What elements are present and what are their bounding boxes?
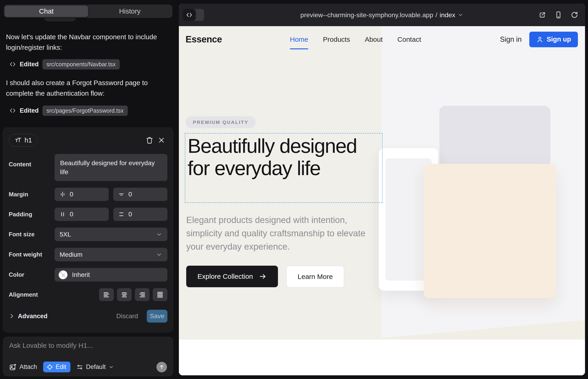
hero-heading[interactable]: Beautifully designed for everyday life [185, 134, 360, 179]
file-chip[interactable]: src/components/Navbar.tsx [42, 59, 120, 69]
tab-chat[interactable]: Chat [5, 5, 88, 17]
preview-host: preview--charming-site-symphony.lovable.… [300, 11, 433, 19]
hero-section: Essence Home Products About Contact Sign… [179, 26, 585, 340]
learn-more-button[interactable]: Learn More [286, 266, 344, 288]
padding-horizontal-icon [59, 211, 66, 218]
margin-vertical-icon [118, 191, 125, 198]
save-button[interactable]: Save [147, 310, 167, 323]
send-button[interactable] [156, 362, 167, 372]
composer-input[interactable] [9, 342, 167, 349]
margin-horizontal-icon [59, 191, 66, 198]
type-icon [15, 137, 22, 144]
font-size-select[interactable]: 5XL [55, 228, 167, 241]
nav-links: Home Products About Contact [290, 35, 421, 43]
external-link-icon [539, 11, 546, 19]
edited-file-row: Edited src/pages/ForgotPassword.tsx [9, 105, 128, 116]
color-row: Color Inherit [9, 268, 167, 282]
selection-outline: Beautifully designed for everyday life [185, 133, 383, 203]
font-weight-label: Font weight [9, 251, 55, 258]
align-justify-icon [156, 291, 164, 298]
selected-element-pill[interactable]: h1 [9, 134, 38, 147]
padding-vertical-icon [118, 211, 125, 218]
hero-cta-group: Explore Collection Learn More [186, 266, 344, 288]
margin-y-value: 0 [128, 191, 132, 198]
edited-file-row: Edited src/components/Navbar.tsx [9, 59, 120, 70]
discard-button[interactable]: Discard [116, 313, 138, 320]
path-separator: / [435, 11, 437, 19]
sign-in-link[interactable]: Sign in [500, 35, 522, 44]
margin-label: Margin [9, 191, 55, 198]
alignment-label: Alignment [9, 291, 55, 298]
align-right-button[interactable] [135, 288, 150, 301]
edited-label: Edited [20, 107, 39, 114]
padding-y-input[interactable]: 0 [113, 208, 167, 221]
code-view-segment[interactable] [183, 9, 196, 21]
advanced-toggle[interactable]: Advanced [9, 313, 47, 320]
premium-quality-badge: PREMIUM QUALITY [186, 116, 256, 128]
padding-x-input[interactable]: 0 [55, 208, 109, 221]
nav-link-home[interactable]: Home [290, 35, 308, 43]
mode-label: Default [86, 363, 106, 371]
color-label: Color [9, 271, 55, 278]
inspector-footer: Advanced Discard Save [9, 310, 167, 323]
tab-history[interactable]: History [88, 5, 171, 17]
padding-row: Padding 0 0 [9, 208, 167, 221]
preview-browser-frame: preview--charming-site-symphony.lovable.… [179, 4, 585, 375]
margin-y-input[interactable]: 0 [113, 188, 167, 201]
sign-up-label: Sign up [547, 35, 571, 43]
close-inspector-button[interactable] [155, 134, 167, 146]
code-icon [9, 107, 16, 114]
site-logo[interactable]: Essence [186, 34, 290, 45]
margin-x-input[interactable]: 0 [55, 188, 109, 201]
hero-description: Elegant products designed with intention… [186, 213, 370, 253]
font-weight-select[interactable]: Medium [55, 248, 167, 261]
content-input[interactable]: Beautifully designed for everyday life [55, 154, 167, 181]
crosshair-icon [46, 364, 53, 371]
browser-chrome: preview--charming-site-symphony.lovable.… [179, 4, 585, 26]
trash-icon [146, 137, 153, 144]
margin-x-value: 0 [70, 191, 73, 198]
edited-label: Edited [20, 61, 39, 68]
color-swatch [59, 270, 67, 279]
edit-mode-pill[interactable]: Edit [43, 362, 71, 372]
url-breadcrumb[interactable]: preview--charming-site-symphony.lovable.… [300, 11, 464, 19]
align-right-icon [139, 291, 146, 298]
margin-row: Margin 0 0 [9, 188, 167, 201]
open-in-new-tab-button[interactable] [538, 10, 547, 19]
mobile-view-button[interactable] [554, 10, 563, 19]
content-row: Content Beautifully designed for everyda… [9, 154, 167, 181]
element-tag: h1 [25, 137, 32, 144]
screen: Chat History Now let's update the Navbar… [0, 0, 588, 379]
font-size-value: 5XL [60, 231, 156, 238]
nav-link-contact[interactable]: Contact [397, 35, 421, 43]
site-navbar: Essence Home Products About Contact Sign… [179, 26, 585, 52]
color-picker[interactable]: Inherit [55, 268, 167, 282]
delete-element-button[interactable] [144, 134, 155, 146]
chevron-down-icon [156, 252, 162, 258]
page-name: index [440, 11, 455, 19]
attach-button[interactable]: Attach [9, 363, 37, 371]
file-chip[interactable]: src/pages/ForgotPassword.tsx [42, 106, 128, 116]
nav-link-products[interactable]: Products [323, 35, 350, 43]
code-preview-toggle[interactable] [183, 9, 204, 21]
code-icon [186, 12, 193, 18]
mode-select[interactable]: Default [76, 363, 114, 371]
sign-up-button[interactable]: Sign up [529, 32, 578, 47]
attach-label: Attach [19, 363, 37, 371]
align-center-button[interactable] [117, 288, 132, 301]
arrow-right-icon [259, 272, 267, 280]
image-plus-icon [9, 363, 16, 371]
sliders-icon [76, 364, 83, 371]
align-left-button[interactable] [99, 288, 114, 301]
nav-link-about[interactable]: About [365, 35, 383, 43]
smartphone-icon [555, 11, 562, 19]
align-justify-button[interactable] [153, 288, 167, 301]
chevron-right-icon [9, 313, 15, 319]
font-weight-value: Medium [60, 251, 156, 258]
refresh-button[interactable] [570, 10, 579, 19]
edit-label: Edit [56, 363, 66, 371]
composer-toolbar: Attach Edit Default [9, 362, 167, 372]
explore-collection-button[interactable]: Explore Collection [186, 266, 278, 287]
font-size-row: Font size 5XL [9, 228, 167, 241]
advanced-label: Advanced [18, 313, 47, 320]
